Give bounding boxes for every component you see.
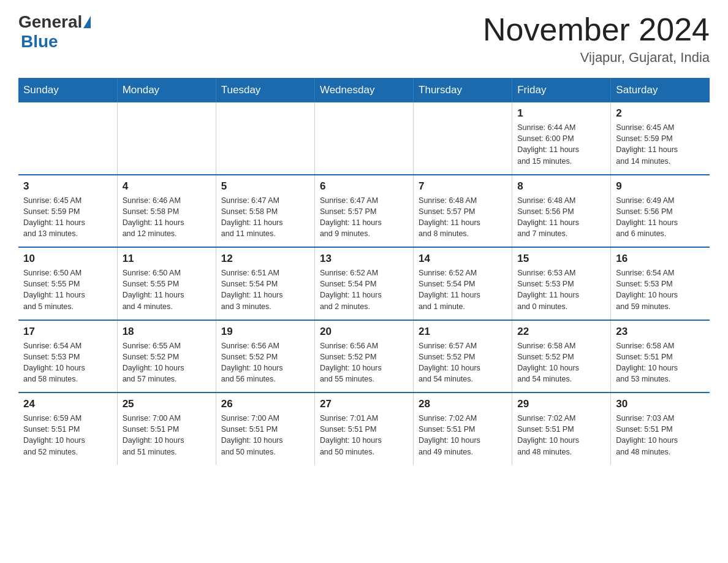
day-info: Sunrise: 6:47 AM Sunset: 5:58 PM Dayligh… [221,195,309,240]
day-number: 11 [123,253,211,265]
page-header: General Blue November 2024 Vijapur, Guja… [18,12,710,66]
day-number: 1 [517,107,605,120]
day-number: 2 [616,107,705,120]
day-info: Sunrise: 6:44 AM Sunset: 6:00 PM Dayligh… [517,122,605,167]
day-info: Sunrise: 6:50 AM Sunset: 5:55 PM Dayligh… [123,267,211,312]
day-number: 30 [616,398,705,410]
calendar-cell: 13Sunrise: 6:52 AM Sunset: 5:54 PM Dayli… [314,247,413,320]
weekday-header-wednesday: Wednesday [314,78,413,102]
calendar-cell: 10Sunrise: 6:50 AM Sunset: 5:55 PM Dayli… [18,247,117,320]
calendar-cell: 14Sunrise: 6:52 AM Sunset: 5:54 PM Dayli… [414,247,512,320]
calendar-table: SundayMondayTuesdayWednesdayThursdayFrid… [18,78,710,465]
day-info: Sunrise: 6:50 AM Sunset: 5:55 PM Dayligh… [23,267,112,312]
day-info: Sunrise: 6:59 AM Sunset: 5:51 PM Dayligh… [23,413,112,458]
day-number: 9 [616,180,705,193]
calendar-week-row: 10Sunrise: 6:50 AM Sunset: 5:55 PM Dayli… [18,247,710,320]
calendar-cell: 24Sunrise: 6:59 AM Sunset: 5:51 PM Dayli… [18,393,117,465]
day-info: Sunrise: 6:52 AM Sunset: 5:54 PM Dayligh… [320,267,408,312]
calendar-cell: 20Sunrise: 6:56 AM Sunset: 5:52 PM Dayli… [314,320,413,393]
calendar-cell: 2Sunrise: 6:45 AM Sunset: 5:59 PM Daylig… [611,102,710,175]
day-info: Sunrise: 6:56 AM Sunset: 5:52 PM Dayligh… [320,340,408,385]
calendar-cell: 18Sunrise: 6:55 AM Sunset: 5:52 PM Dayli… [117,320,216,393]
calendar-cell: 25Sunrise: 7:00 AM Sunset: 5:51 PM Dayli… [117,393,216,465]
calendar-cell: 1Sunrise: 6:44 AM Sunset: 6:00 PM Daylig… [512,102,611,175]
day-info: Sunrise: 6:56 AM Sunset: 5:52 PM Dayligh… [221,340,309,385]
calendar-week-row: 17Sunrise: 6:54 AM Sunset: 5:53 PM Dayli… [18,320,710,393]
calendar-cell: 7Sunrise: 6:48 AM Sunset: 5:57 PM Daylig… [414,175,512,248]
day-info: Sunrise: 7:02 AM Sunset: 5:51 PM Dayligh… [419,413,507,458]
day-number: 10 [23,253,112,265]
calendar-cell: 29Sunrise: 7:02 AM Sunset: 5:51 PM Dayli… [512,393,611,465]
day-info: Sunrise: 6:58 AM Sunset: 5:52 PM Dayligh… [517,340,605,385]
day-info: Sunrise: 6:57 AM Sunset: 5:52 PM Dayligh… [419,340,507,385]
day-info: Sunrise: 6:46 AM Sunset: 5:58 PM Dayligh… [123,195,211,240]
calendar-cell: 21Sunrise: 6:57 AM Sunset: 5:52 PM Dayli… [414,320,512,393]
day-number: 14 [419,253,507,265]
day-info: Sunrise: 6:53 AM Sunset: 5:53 PM Dayligh… [517,267,605,312]
day-number: 19 [221,326,309,338]
day-info: Sunrise: 6:54 AM Sunset: 5:53 PM Dayligh… [616,267,705,312]
day-info: Sunrise: 6:45 AM Sunset: 5:59 PM Dayligh… [616,122,705,167]
weekday-header-friday: Friday [512,78,611,102]
day-info: Sunrise: 6:54 AM Sunset: 5:53 PM Dayligh… [23,340,112,385]
calendar-cell [18,102,117,175]
calendar-cell: 9Sunrise: 6:49 AM Sunset: 5:56 PM Daylig… [611,175,710,248]
day-info: Sunrise: 6:49 AM Sunset: 5:56 PM Dayligh… [616,195,705,240]
day-number: 7 [419,180,507,193]
day-number: 27 [320,398,408,410]
day-info: Sunrise: 6:45 AM Sunset: 5:59 PM Dayligh… [23,195,112,240]
weekday-header-row: SundayMondayTuesdayWednesdayThursdayFrid… [18,78,710,102]
calendar-cell: 30Sunrise: 7:03 AM Sunset: 5:51 PM Dayli… [611,393,710,465]
day-info: Sunrise: 6:47 AM Sunset: 5:57 PM Dayligh… [320,195,408,240]
calendar-cell: 12Sunrise: 6:51 AM Sunset: 5:54 PM Dayli… [216,247,314,320]
logo-general-text: General [18,12,82,32]
calendar-cell: 22Sunrise: 6:58 AM Sunset: 5:52 PM Dayli… [512,320,611,393]
calendar-week-row: 1Sunrise: 6:44 AM Sunset: 6:00 PM Daylig… [18,102,710,175]
day-info: Sunrise: 7:00 AM Sunset: 5:51 PM Dayligh… [123,413,211,458]
day-number: 4 [123,180,211,193]
day-number: 18 [123,326,211,338]
day-info: Sunrise: 6:48 AM Sunset: 5:57 PM Dayligh… [419,195,507,240]
calendar-cell: 8Sunrise: 6:48 AM Sunset: 5:56 PM Daylig… [512,175,611,248]
weekday-header-thursday: Thursday [414,78,512,102]
day-number: 5 [221,180,309,193]
day-info: Sunrise: 7:03 AM Sunset: 5:51 PM Dayligh… [616,413,705,458]
day-number: 24 [23,398,112,410]
calendar-week-row: 24Sunrise: 6:59 AM Sunset: 5:51 PM Dayli… [18,393,710,465]
day-number: 16 [616,253,705,265]
logo-triangle-icon [83,16,91,28]
calendar-cell: 11Sunrise: 6:50 AM Sunset: 5:55 PM Dayli… [117,247,216,320]
day-number: 8 [517,180,605,193]
day-number: 22 [517,326,605,338]
calendar-cell: 23Sunrise: 6:58 AM Sunset: 5:51 PM Dayli… [611,320,710,393]
calendar-cell: 15Sunrise: 6:53 AM Sunset: 5:53 PM Dayli… [512,247,611,320]
month-title: November 2024 [483,12,710,47]
calendar-cell: 27Sunrise: 7:01 AM Sunset: 5:51 PM Dayli… [314,393,413,465]
logo: General Blue [18,12,92,52]
calendar-cell: 28Sunrise: 7:02 AM Sunset: 5:51 PM Dayli… [414,393,512,465]
day-number: 20 [320,326,408,338]
calendar-cell: 19Sunrise: 6:56 AM Sunset: 5:52 PM Dayli… [216,320,314,393]
calendar-cell: 3Sunrise: 6:45 AM Sunset: 5:59 PM Daylig… [18,175,117,248]
day-number: 26 [221,398,309,410]
day-info: Sunrise: 7:00 AM Sunset: 5:51 PM Dayligh… [221,413,309,458]
day-info: Sunrise: 6:51 AM Sunset: 5:54 PM Dayligh… [221,267,309,312]
day-number: 28 [419,398,507,410]
calendar-cell: 5Sunrise: 6:47 AM Sunset: 5:58 PM Daylig… [216,175,314,248]
calendar-cell: 4Sunrise: 6:46 AM Sunset: 5:58 PM Daylig… [117,175,216,248]
day-info: Sunrise: 6:58 AM Sunset: 5:51 PM Dayligh… [616,340,705,385]
day-info: Sunrise: 6:52 AM Sunset: 5:54 PM Dayligh… [419,267,507,312]
calendar-cell: 26Sunrise: 7:00 AM Sunset: 5:51 PM Dayli… [216,393,314,465]
calendar-cell: 17Sunrise: 6:54 AM Sunset: 5:53 PM Dayli… [18,320,117,393]
calendar-week-row: 3Sunrise: 6:45 AM Sunset: 5:59 PM Daylig… [18,175,710,248]
day-number: 3 [23,180,112,193]
day-info: Sunrise: 6:55 AM Sunset: 5:52 PM Dayligh… [123,340,211,385]
day-number: 13 [320,253,408,265]
title-section: November 2024 Vijapur, Gujarat, India [483,12,710,66]
day-info: Sunrise: 7:01 AM Sunset: 5:51 PM Dayligh… [320,413,408,458]
day-info: Sunrise: 6:48 AM Sunset: 5:56 PM Dayligh… [517,195,605,240]
location-text: Vijapur, Gujarat, India [483,50,710,66]
day-number: 25 [123,398,211,410]
weekday-header-tuesday: Tuesday [216,78,314,102]
day-number: 17 [23,326,112,338]
